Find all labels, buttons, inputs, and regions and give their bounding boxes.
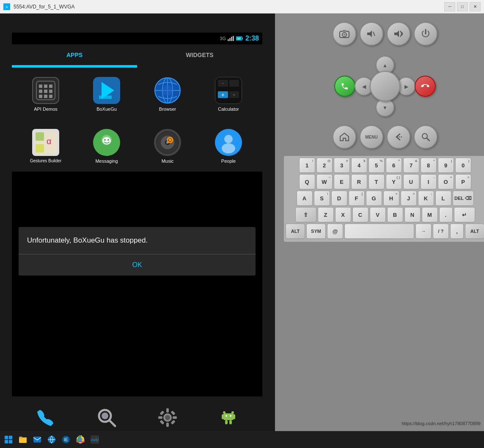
key-3[interactable]: #3 xyxy=(334,158,350,173)
search-ctrl-button[interactable] xyxy=(414,125,437,149)
key-at[interactable]: @ xyxy=(327,224,343,239)
key-b[interactable]: B xyxy=(387,207,403,222)
key-s[interactable]: \S xyxy=(314,191,330,206)
key-z[interactable]: Z xyxy=(318,207,334,222)
key-t[interactable]: T xyxy=(368,174,385,189)
volume-down-button[interactable] xyxy=(360,22,383,46)
app-browser[interactable]: Browser xyxy=(137,73,198,116)
key-alt-right[interactable]: ALT xyxy=(465,224,484,239)
key-alt-left[interactable]: ALT xyxy=(286,224,305,239)
key-f[interactable]: [F xyxy=(349,191,365,206)
key-v[interactable]: V xyxy=(370,207,386,222)
svg-rect-5 xyxy=(233,36,234,41)
taskbar-devtools[interactable]: IE xyxy=(59,433,73,446)
taskbar-avd[interactable]: AVD xyxy=(88,433,102,446)
svg-point-48 xyxy=(102,412,108,419)
maximize-button[interactable]: □ xyxy=(457,2,468,11)
volume-up-button[interactable] xyxy=(387,22,410,46)
close-button[interactable]: ✕ xyxy=(470,2,481,11)
svg-marker-73 xyxy=(367,30,372,37)
key-i[interactable]: -I xyxy=(421,174,437,189)
app-icon-speech xyxy=(215,404,242,431)
key-period[interactable]: . xyxy=(439,207,453,222)
taskbar-browser[interactable] xyxy=(45,433,58,446)
key-w[interactable]: ~W xyxy=(316,174,333,189)
key-j[interactable]: >J xyxy=(401,191,417,206)
svg-rect-58 xyxy=(160,420,164,424)
back-button[interactable] xyxy=(387,125,410,149)
keyboard: !1 @2 #3 $4 %5 ^6 &7 *8 (9 )0 Q ~W E R T… xyxy=(283,156,484,242)
bottom-controls: MENU xyxy=(333,125,437,149)
phone-screen: 3G ⚡ 2:38 xyxy=(12,33,262,447)
app-gestures[interactable]: α Gestures Builder xyxy=(15,125,76,168)
key-6[interactable]: ^6 xyxy=(386,158,402,173)
key-r[interactable]: R xyxy=(351,174,367,189)
menu-button[interactable]: MENU xyxy=(360,125,383,149)
key-h[interactable]: <H xyxy=(383,191,399,206)
dpad-center-button[interactable] xyxy=(370,71,400,101)
svg-rect-19 xyxy=(49,95,52,98)
svg-rect-13 xyxy=(49,85,52,88)
key-g[interactable]: G xyxy=(366,191,382,206)
key-shift[interactable]: ⇧ xyxy=(295,207,316,222)
key-1[interactable]: !1 xyxy=(299,158,315,173)
app-messaging[interactable]: Messaging xyxy=(76,125,137,168)
key-c[interactable]: C xyxy=(352,207,368,222)
svg-marker-22 xyxy=(99,96,112,99)
dialog-box: Unfortunately, BoXueGu has stopped. OK xyxy=(19,227,256,276)
dialog-overlay: Unfortunately, BoXueGu has stopped. OK xyxy=(12,227,262,276)
app-boxuegu[interactable]: BoXueGu xyxy=(76,73,137,116)
key-enter[interactable]: ↵ xyxy=(454,207,475,222)
tab-widgets[interactable]: WIDGETS xyxy=(137,44,262,66)
taskbar-file-explorer[interactable] xyxy=(16,433,30,446)
taskbar-start[interactable] xyxy=(2,433,15,446)
key-del[interactable]: DEL ⌫ xyxy=(453,191,474,206)
key-7[interactable]: &7 xyxy=(403,158,419,173)
app-api-demos[interactable]: API Demos xyxy=(15,73,76,116)
status-time: 2:38 xyxy=(245,35,259,42)
key-l[interactable]: L xyxy=(435,191,451,206)
key-u[interactable]: U xyxy=(403,174,419,189)
app-calculator[interactable]: − + ÷ Calculator xyxy=(198,73,259,116)
phone-emulator: 3G ⚡ 2:38 xyxy=(0,14,275,448)
key-a[interactable]: A xyxy=(297,191,313,206)
app-music[interactable]: Music xyxy=(137,125,198,168)
svg-rect-12 xyxy=(44,85,47,88)
tabs-bar: APPS WIDGETS xyxy=(12,44,262,66)
key-4[interactable]: $4 xyxy=(351,158,367,173)
key-9[interactable]: (9 xyxy=(438,158,454,173)
key-q[interactable]: Q xyxy=(299,174,315,189)
dpad xyxy=(351,52,419,120)
svg-rect-11 xyxy=(39,85,42,88)
key-d[interactable]: D xyxy=(331,191,347,206)
key-n[interactable]: N xyxy=(404,207,421,222)
minimize-button[interactable]: ─ xyxy=(444,2,455,11)
key-p[interactable]: =P xyxy=(455,174,471,189)
key-5[interactable]: %5 xyxy=(368,158,385,173)
svg-rect-64 xyxy=(233,414,235,419)
camera-button[interactable] xyxy=(333,22,356,46)
key-k[interactable]: ;K xyxy=(418,191,434,206)
key-e[interactable]: E xyxy=(334,174,350,189)
key-m[interactable]: M xyxy=(422,207,438,222)
tab-apps[interactable]: APPS xyxy=(12,44,137,66)
key-2[interactable]: @2 xyxy=(316,158,333,173)
app-people[interactable]: People xyxy=(198,125,259,168)
keyboard-row-zxcv: ⇧ Z X C V B N M . ↵ xyxy=(286,207,484,222)
key-slash-q[interactable]: / ? xyxy=(433,224,449,239)
key-y[interactable]: { }Y xyxy=(386,174,402,189)
power-button[interactable] xyxy=(414,22,437,46)
key-o[interactable]: +O xyxy=(438,174,454,189)
key-0[interactable]: )0 xyxy=(455,158,471,173)
dialog-ok-button[interactable]: OK xyxy=(27,254,247,276)
home-button[interactable] xyxy=(333,125,356,149)
taskbar-chrome[interactable] xyxy=(74,433,87,446)
key-arrow-right[interactable]: → xyxy=(415,224,432,239)
key-space[interactable] xyxy=(344,224,414,239)
end-call-button[interactable] xyxy=(415,76,436,97)
key-x[interactable]: X xyxy=(335,207,351,222)
key-sym[interactable]: SYM xyxy=(306,224,326,239)
key-8[interactable]: *8 xyxy=(421,158,437,173)
taskbar-mail[interactable] xyxy=(30,433,44,446)
key-comma[interactable]: , xyxy=(450,224,464,239)
